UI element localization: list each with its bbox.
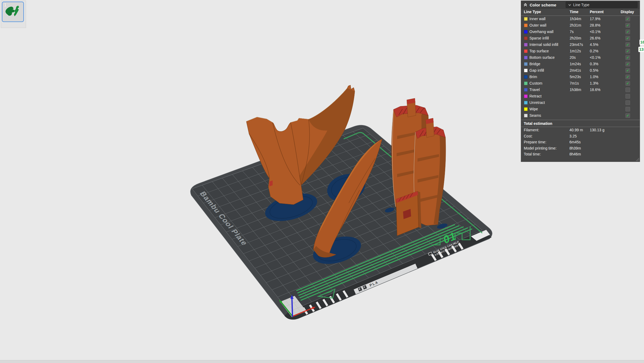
display-checkbox[interactable]: ✓ (625, 23, 630, 28)
panel-header: Color scheme Line Type (521, 1, 640, 9)
plate-thumbnail-strip: 1 (1, 1, 26, 28)
line-type-percent: 0.3% (590, 62, 598, 66)
display-checkbox[interactable]: ✓ (625, 81, 630, 86)
line-type-color-swatch (524, 75, 528, 79)
legend-row-overhang-wall: Overhang wall7s<0.1%✓ (521, 29, 640, 35)
line-type-color-swatch (524, 49, 528, 53)
line-type-label: Bridge (529, 62, 540, 66)
color-scheme-panel: Color scheme Line Type Line Type Time Pe… (521, 1, 640, 162)
legend-row-internal-solid-infill: Internal solid infill23m47s4.5%✓ (521, 42, 640, 48)
column-line-type: Line Type (524, 10, 541, 14)
display-checkbox[interactable]: ✓ (625, 17, 630, 21)
column-percent: Percent (590, 10, 603, 14)
line-type-percent: 0.5% (590, 68, 598, 72)
total-row-total-time-: Total time:8h46m (521, 151, 640, 157)
total-value: 8h46m (569, 152, 581, 156)
line-type-label: Wipe (529, 107, 538, 111)
display-checkbox[interactable] (625, 88, 630, 92)
chevron-down-icon (568, 3, 571, 6)
line-type-color-swatch (524, 43, 528, 46)
display-checkbox[interactable]: ✓ (625, 68, 630, 73)
layer-label-16: 16 (639, 39, 644, 45)
total-estimation-title: Total estimation (521, 120, 640, 127)
line-type-label: Inner wall (529, 17, 546, 21)
line-type-label: Bottom surface (529, 55, 555, 60)
total-row-prepare-time-: Prepare time:6m45s (521, 139, 640, 145)
display-checkbox[interactable]: ✓ (625, 55, 630, 60)
legend-row-inner-wall: Inner wall1h34m17.9%✓ (521, 16, 640, 22)
line-type-label: Top surface (529, 49, 549, 53)
display-checkbox[interactable]: ✓ (625, 49, 630, 53)
legend-row-bridge: Bridge1m24s0.3%✓ (521, 61, 640, 67)
bottom-bar (0, 360, 644, 363)
line-type-label: Retract (529, 94, 541, 98)
resize-grip[interactable] (636, 158, 639, 161)
line-type-percent: 26.6% (590, 36, 601, 40)
totals-rows: Filament:40.99 m130.13 gCost:3.25Prepare… (521, 127, 640, 157)
legend-row-retract: Retract (521, 93, 640, 100)
column-display: Display (621, 10, 634, 14)
total-row-filament-: Filament:40.99 m130.13 g (521, 127, 640, 133)
display-checkbox[interactable]: ✓ (625, 30, 630, 34)
line-type-label: Custom (529, 81, 542, 85)
total-value: 40.99 m (569, 128, 583, 132)
line-type-time: 7s (570, 30, 574, 34)
display-checkbox[interactable]: ✓ (625, 36, 630, 41)
line-type-color-swatch (524, 101, 528, 104)
legend-row-custom: Custom7m1s1.3%✓ (521, 80, 640, 87)
legend-row-outer-wall: Outer wall2h31m28.8%✓ (521, 22, 640, 29)
display-checkbox[interactable]: ✓ (625, 62, 630, 66)
line-type-time: 20s (570, 55, 576, 60)
display-checkbox[interactable]: ✓ (625, 42, 630, 47)
legend-row-sparse-infill: Sparse infill2h20m26.6%✓ (521, 35, 640, 42)
line-type-label: Sparse infill (529, 36, 549, 40)
line-type-color-swatch (524, 107, 528, 111)
line-type-color-swatch (524, 56, 528, 59)
legend-row-seams: Seams✓ (521, 112, 640, 119)
line-type-label: Unretract (529, 100, 545, 105)
line-type-color-swatch (524, 95, 528, 98)
line-type-time: 2m41s (570, 68, 581, 72)
line-type-percent: <0.1% (590, 30, 601, 34)
line-type-time: 1m12s (570, 49, 581, 53)
line-type-time: 1m24s (570, 62, 581, 66)
line-type-time: 2h20m (570, 36, 581, 40)
line-type-label: Outer wall (529, 23, 546, 27)
model-right-towers[interactable] (391, 98, 446, 236)
total-row-cost-: Cost:3.25 (521, 133, 640, 139)
total-estimation-section: Total estimation Filament:40.99 m130.13 … (521, 120, 640, 157)
total-label: Total time: (524, 152, 541, 156)
color-scheme-dropdown[interactable]: Line Type (566, 2, 638, 8)
line-type-percent: 18.6% (590, 88, 601, 92)
line-type-percent: 4.5% (590, 42, 598, 47)
line-type-label: Travel (529, 88, 540, 92)
line-type-label: Overhang wall (529, 30, 554, 34)
line-type-percent: 17.9% (590, 17, 601, 21)
line-type-label: Brim (529, 75, 537, 79)
line-type-percent: 1.3% (590, 81, 598, 85)
line-type-time: 7m1s (570, 81, 579, 85)
display-checkbox[interactable]: ✓ (625, 113, 630, 118)
line-type-color-swatch (524, 114, 528, 117)
legend-rows: Inner wall1h34m17.9%✓Outer wall2h31m28.8… (521, 16, 640, 119)
plate-thumbnail-1[interactable]: 1 (2, 2, 24, 22)
total-value: 8h39m (569, 146, 581, 150)
legend-row-brim: Brim5m23s1.0%✓ (521, 74, 640, 80)
display-checkbox[interactable]: ✓ (625, 75, 630, 79)
legend-row-top-surface: Top surface1m12s0.2%✓ (521, 48, 640, 55)
line-type-color-swatch (524, 24, 528, 27)
line-type-color-swatch (524, 37, 528, 40)
line-type-percent: 1.0% (590, 75, 598, 79)
line-type-color-swatch (524, 82, 528, 85)
legend-row-bottom-surface: Bottom surface20s<0.1%✓ (521, 55, 640, 61)
display-checkbox[interactable] (625, 107, 630, 111)
chevron-double-up-icon (523, 3, 528, 7)
line-type-percent: 0.2% (590, 49, 598, 53)
display-checkbox[interactable] (625, 100, 630, 105)
line-type-time: 2h31m (570, 23, 581, 27)
layer-label-13: 13 (638, 47, 644, 52)
line-type-color-swatch (524, 69, 528, 72)
line-type-color-swatch (524, 30, 528, 34)
display-checkbox[interactable] (625, 94, 630, 99)
collapse-panel-button[interactable] (523, 3, 528, 7)
